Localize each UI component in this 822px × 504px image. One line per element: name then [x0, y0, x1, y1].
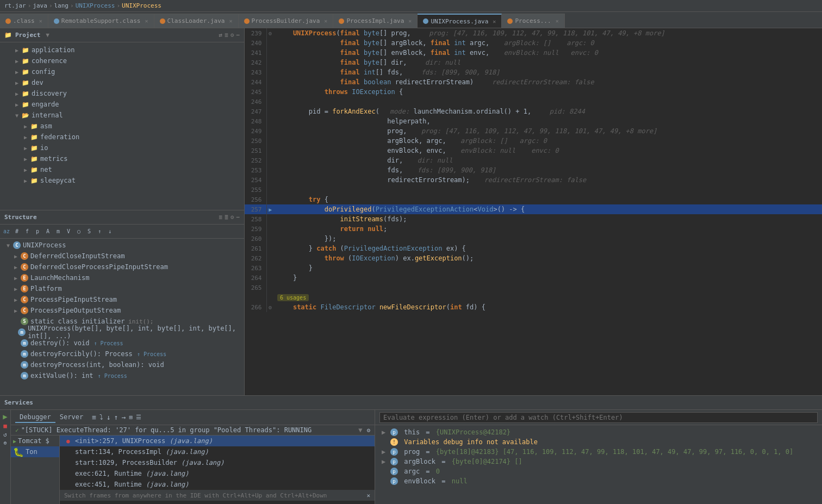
line-code[interactable]: helperpath,: [274, 116, 822, 126]
tab-class[interactable]: .class ✕: [0, 14, 48, 28]
breadcrumb-item[interactable]: java: [33, 2, 47, 9]
collapse-all-icon[interactable]: ≣: [225, 214, 228, 221]
line-code[interactable]: static FileDescriptor newFileDescriptor(…: [274, 302, 822, 312]
tab-close-icon[interactable]: ✕: [493, 18, 496, 24]
sync-icon[interactable]: ⇄: [219, 32, 223, 39]
tree-item-metrics[interactable]: ▶ 📁 metrics: [0, 153, 244, 164]
vars-icon[interactable]: V: [64, 227, 73, 236]
tab-unixprocess[interactable]: UNIXProcess.java ✕: [418, 14, 502, 28]
struct-item-processpipeoutput[interactable]: ▶ C ProcessPipeOutputStream: [0, 305, 244, 316]
properties-icon[interactable]: p: [33, 227, 42, 236]
tree-item-internal[interactable]: ▼ 📂 internal: [0, 110, 244, 121]
tree-item-federation[interactable]: ▶ 📁 federation: [0, 132, 244, 142]
stop-icon[interactable]: ■: [3, 422, 7, 430]
line-code[interactable]: }: [274, 273, 822, 283]
tab-server[interactable]: Server: [55, 412, 88, 423]
tab-remotable[interactable]: RemotableSupport.class ✕: [48, 14, 154, 28]
line-code[interactable]: fds, fds: [899, 900, 918]: [274, 165, 822, 175]
line-code[interactable]: initStreams(fds);: [274, 214, 822, 224]
run-to-cursor-icon[interactable]: →: [122, 413, 126, 421]
tree-item-config[interactable]: ▶ 📁 config: [0, 66, 244, 77]
resume-icon[interactable]: ▶: [3, 412, 7, 421]
code-scroll[interactable]: 239 ⚙ UNIXProcess(final byte[] prog, pro…: [245, 28, 822, 395]
tab-close-icon[interactable]: ✕: [145, 18, 148, 24]
tab-processbuilder[interactable]: ProcessBuilder.java ✕: [239, 14, 334, 28]
struct-item-deferredcloseprocess[interactable]: ▶ C DeferredCloseProcessPipeInputStream: [0, 262, 244, 272]
line-code[interactable]: }: [274, 263, 822, 273]
struct-item-deferredclose[interactable]: ▶ C DeferredCloseInputStream: [0, 251, 244, 262]
step-into-icon[interactable]: ↓: [107, 413, 111, 421]
ton-item[interactable]: 🐛 Ton: [11, 446, 59, 457]
static-icon[interactable]: S: [85, 227, 94, 236]
struct-item-platform[interactable]: ▶ E Platform: [0, 283, 244, 294]
struct-item-constructor[interactable]: m UNIXProcess(byte[], byte[], int, byte[…: [0, 327, 244, 338]
line-code[interactable]: } catch (PrivilegedActionException ex) {: [274, 244, 822, 253]
breadcrumb-item[interactable]: lang: [54, 2, 69, 9]
struct-item-exitvalue[interactable]: m exitValue(): int ↑ Process: [0, 370, 244, 381]
settings-icon[interactable]: ⚙: [231, 32, 234, 39]
tab-close-icon[interactable]: ✕: [556, 18, 559, 24]
tab-close-icon[interactable]: ✕: [408, 18, 412, 24]
line-code[interactable]: final byte[] envBlock, final int envc, e…: [274, 48, 822, 58]
breadcrumb-class[interactable]: UNIXProcess: [76, 2, 115, 9]
attach-icon[interactable]: ⊕: [3, 440, 7, 446]
line-code[interactable]: envBlock, envc, envBlock: null envc: 0: [274, 146, 822, 155]
line-code[interactable]: try {: [274, 195, 822, 204]
line-code[interactable]: final boolean redirectErrorStream) redir…: [274, 77, 822, 87]
project-dropdown-icon[interactable]: ▼: [46, 32, 49, 39]
list-icon[interactable]: ☰: [136, 414, 141, 421]
line-code[interactable]: throw (IOException) ex.getException();: [274, 253, 822, 263]
line-code[interactable]: return null;: [274, 224, 822, 234]
eval-input[interactable]: [379, 412, 818, 423]
filter-icon[interactable]: ▼: [358, 426, 362, 434]
struct-item-launchmechanism[interactable]: ▶ E LaunchMechanism: [0, 272, 244, 283]
sort-by-name-icon[interactable]: az: [2, 227, 11, 236]
line-code[interactable]: doPrivileged(PrivilegedExceptionAction<V…: [274, 204, 822, 214]
tab-debugger[interactable]: Debugger: [15, 412, 55, 423]
line-code[interactable]: final byte[] argBlock, final int argc, a…: [274, 38, 822, 48]
tomcat-item[interactable]: ▶ Tomcat $: [11, 435, 59, 446]
expand-all-icon[interactable]: ≡: [219, 214, 223, 221]
stack-item-2[interactable]: start:1029, ProcessBuilder (java.lang): [60, 457, 375, 468]
anon-icon[interactable]: ◯: [74, 227, 83, 236]
thread-settings-icon[interactable]: ⚙: [366, 427, 370, 434]
tab-close-icon[interactable]: ✕: [39, 18, 42, 24]
step-over-icon[interactable]: ⤵: [99, 413, 103, 421]
sort-by-order-icon[interactable]: #: [13, 227, 21, 236]
table-icon[interactable]: ⊞: [129, 414, 133, 421]
expand-icon[interactable]: ≡: [225, 32, 228, 39]
struct-item-processpipeinput[interactable]: ▶ C ProcessPipeInputStream: [0, 294, 244, 305]
tree-item-net[interactable]: ▶ 📁 net: [0, 164, 244, 175]
tree-item-discovery[interactable]: ▶ 📁 discovery: [0, 88, 244, 99]
stack-item-1[interactable]: start:134, ProcessImpl (java.lang): [60, 446, 375, 457]
line-code[interactable]: final byte[] dir, dir: null: [274, 58, 822, 67]
breadcrumb-method[interactable]: UNIXProcess: [122, 2, 161, 9]
tree-item-asm[interactable]: ▶ 📁 asm: [0, 121, 244, 132]
methods-icon[interactable]: m: [54, 227, 63, 236]
tree-item-coherence[interactable]: ▶ 📁 coherence: [0, 55, 244, 66]
line-code[interactable]: throws IOException {: [274, 87, 822, 97]
line-code[interactable]: argBlock, argc, argBlock: [] argc: 0: [274, 136, 822, 146]
line-code[interactable]: 6 usages: [274, 293, 822, 302]
tab-close-icon[interactable]: ✕: [324, 18, 327, 24]
frames-icon[interactable]: ≡: [92, 413, 96, 421]
stack-item-4[interactable]: exec:451, Runtime (java.lang): [60, 479, 375, 490]
settings-icon[interactable]: ⚙: [231, 214, 234, 221]
tab-close-icon[interactable]: ✕: [229, 18, 232, 24]
struct-item-destroyforcibly[interactable]: m destroyForcibly(): Process ↑ Process: [0, 349, 244, 359]
line-code[interactable]: final int[] fds, fds: [899, 900, 918]: [274, 67, 822, 77]
struct-item-destroyprocess[interactable]: m destroyProcess(int, boolean): void: [0, 359, 244, 370]
step-out-icon[interactable]: ↑: [114, 413, 119, 421]
stack-item-3[interactable]: exec:621, Runtime (java.lang): [60, 468, 375, 479]
tree-item-io[interactable]: ▶ 📁 io: [0, 142, 244, 153]
expand-icon[interactable]: ▶: [382, 448, 388, 456]
tab-classloader[interactable]: ClassLoader.java ✕: [154, 14, 239, 28]
expand-icon[interactable]: ▶: [382, 428, 388, 436]
arrow-down-icon[interactable]: ↓: [105, 227, 114, 236]
breadcrumb-item[interactable]: rt.jar: [4, 2, 26, 9]
arrow-up-icon[interactable]: ↑: [95, 227, 104, 236]
tree-item-engarde[interactable]: ▶ 📁 engarde: [0, 99, 244, 110]
line-code[interactable]: redirectErrorStream); redirectErrorStrea…: [274, 175, 822, 185]
line-code[interactable]: UNIXProcess(final byte[] prog, prog: [47…: [274, 28, 822, 38]
stack-item-0[interactable]: ● <init>:257, UNIXProcess (java.lang): [60, 435, 375, 446]
